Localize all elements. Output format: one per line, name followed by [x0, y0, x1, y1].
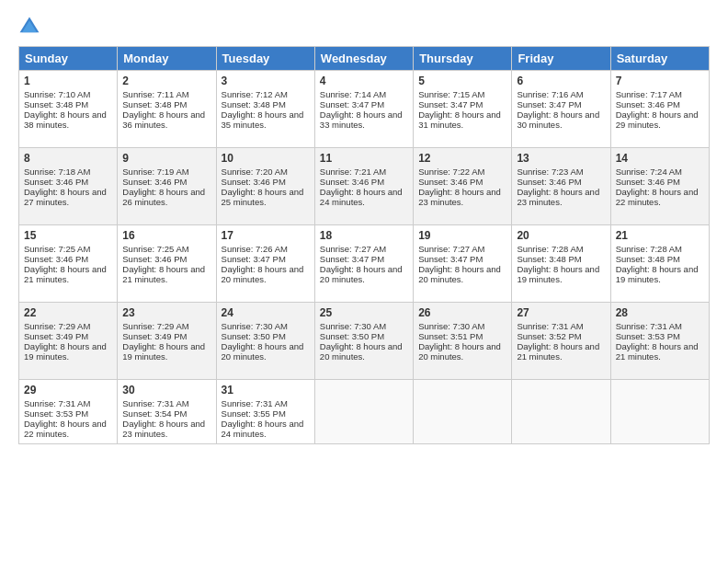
calendar-body: 1Sunrise: 7:10 AMSunset: 3:48 PMDaylight… [19, 71, 710, 444]
day-number: 24 [222, 306, 310, 319]
calendar-week-row: 15Sunrise: 7:25 AMSunset: 3:46 PMDayligh… [19, 225, 710, 303]
daylight-label: Daylight: 8 hours and 23 minutes. [418, 187, 501, 207]
daylight-label: Daylight: 8 hours and 29 minutes. [616, 109, 699, 130]
sunset-label: Sunset: 3:48 PM [517, 254, 581, 264]
day-number: 10 [222, 152, 310, 165]
day-number: 8 [24, 152, 112, 165]
calendar-day-cell [610, 380, 709, 444]
calendar-day-header: Monday [118, 47, 216, 71]
daylight-label: Daylight: 8 hours and 20 minutes. [222, 264, 304, 284]
calendar-day-cell: 26Sunrise: 7:30 AMSunset: 3:51 PMDayligh… [414, 303, 512, 380]
daylight-label: Daylight: 8 hours and 35 minutes. [222, 109, 304, 130]
day-number: 31 [222, 384, 310, 396]
daylight-label: Daylight: 8 hours and 36 minutes. [122, 109, 205, 130]
sunset-label: Sunset: 3:48 PM [222, 99, 286, 109]
day-number: 11 [320, 152, 408, 165]
sunset-label: Sunset: 3:46 PM [616, 99, 680, 109]
sunset-label: Sunset: 3:46 PM [222, 177, 286, 187]
calendar-day-cell: 11Sunrise: 7:21 AMSunset: 3:46 PMDayligh… [314, 148, 413, 225]
daylight-label: Daylight: 8 hours and 33 minutes. [320, 109, 403, 130]
calendar-day-header: Wednesday [314, 47, 413, 71]
calendar-day-header: Thursday [414, 47, 512, 71]
sunset-label: Sunset: 3:46 PM [616, 177, 680, 187]
calendar-header-row: SundayMondayTuesdayWednesdayThursdayFrid… [19, 47, 710, 71]
day-number: 14 [616, 152, 704, 165]
sunrise-label: Sunrise: 7:30 AM [418, 321, 484, 331]
calendar-day-header: Sunday [19, 47, 118, 71]
calendar-day-cell: 9Sunrise: 7:19 AMSunset: 3:46 PMDaylight… [118, 148, 216, 225]
day-number: 17 [222, 229, 310, 242]
sunset-label: Sunset: 3:46 PM [418, 177, 483, 187]
sunset-label: Sunset: 3:47 PM [517, 99, 581, 109]
daylight-label: Daylight: 8 hours and 30 minutes. [517, 109, 599, 130]
sunset-label: Sunset: 3:46 PM [122, 177, 187, 187]
daylight-label: Daylight: 8 hours and 20 minutes. [320, 341, 403, 362]
calendar-week-row: 1Sunrise: 7:10 AMSunset: 3:48 PMDaylight… [19, 71, 710, 148]
sunrise-label: Sunrise: 7:28 AM [616, 244, 682, 254]
calendar-week-row: 22Sunrise: 7:29 AMSunset: 3:49 PMDayligh… [19, 303, 710, 380]
sunrise-label: Sunrise: 7:29 AM [122, 321, 188, 331]
logo-icon [18, 15, 40, 37]
daylight-label: Daylight: 8 hours and 19 minutes. [616, 264, 699, 284]
daylight-label: Daylight: 8 hours and 23 minutes. [122, 419, 205, 439]
sunset-label: Sunset: 3:54 PM [122, 408, 187, 419]
sunrise-label: Sunrise: 7:23 AM [517, 167, 583, 177]
daylight-label: Daylight: 8 hours and 25 minutes. [222, 187, 304, 207]
calendar-day-cell: 10Sunrise: 7:20 AMSunset: 3:46 PMDayligh… [216, 148, 314, 225]
day-number: 5 [418, 75, 506, 87]
day-number: 6 [517, 75, 605, 87]
calendar-day-cell: 17Sunrise: 7:26 AMSunset: 3:47 PMDayligh… [216, 225, 314, 303]
daylight-label: Daylight: 8 hours and 24 minutes. [222, 419, 304, 439]
sunset-label: Sunset: 3:47 PM [222, 254, 286, 264]
day-number: 19 [418, 229, 506, 242]
day-number: 2 [122, 75, 210, 87]
daylight-label: Daylight: 8 hours and 23 minutes. [517, 187, 599, 207]
daylight-label: Daylight: 8 hours and 20 minutes. [222, 341, 304, 362]
calendar-day-cell: 23Sunrise: 7:29 AMSunset: 3:49 PMDayligh… [118, 303, 216, 380]
calendar-day-cell: 14Sunrise: 7:24 AMSunset: 3:46 PMDayligh… [610, 148, 709, 225]
daylight-label: Daylight: 8 hours and 21 minutes. [616, 341, 699, 362]
calendar-day-cell: 13Sunrise: 7:23 AMSunset: 3:46 PMDayligh… [512, 148, 610, 225]
calendar-day-cell: 27Sunrise: 7:31 AMSunset: 3:52 PMDayligh… [512, 303, 610, 380]
sunrise-label: Sunrise: 7:31 AM [517, 321, 583, 331]
sunset-label: Sunset: 3:46 PM [122, 254, 187, 264]
sunrise-label: Sunrise: 7:31 AM [222, 398, 288, 408]
sunset-label: Sunset: 3:49 PM [122, 331, 187, 341]
daylight-label: Daylight: 8 hours and 26 minutes. [122, 187, 205, 207]
day-number: 1 [24, 75, 112, 87]
day-number: 30 [122, 384, 210, 396]
sunrise-label: Sunrise: 7:29 AM [24, 321, 90, 331]
day-number: 20 [517, 229, 605, 242]
sunrise-label: Sunrise: 7:24 AM [616, 167, 682, 177]
daylight-label: Daylight: 8 hours and 21 minutes. [24, 264, 107, 284]
calendar-day-cell: 15Sunrise: 7:25 AMSunset: 3:46 PMDayligh… [19, 225, 118, 303]
day-number: 3 [222, 75, 310, 87]
calendar-week-row: 8Sunrise: 7:18 AMSunset: 3:46 PMDaylight… [19, 148, 710, 225]
calendar-day-cell: 12Sunrise: 7:22 AMSunset: 3:46 PMDayligh… [414, 148, 512, 225]
sunrise-label: Sunrise: 7:12 AM [222, 89, 288, 99]
sunrise-label: Sunrise: 7:11 AM [122, 89, 188, 99]
sunrise-label: Sunrise: 7:27 AM [320, 244, 386, 254]
calendar-day-cell: 5Sunrise: 7:15 AMSunset: 3:47 PMDaylight… [414, 71, 512, 148]
calendar-day-cell: 28Sunrise: 7:31 AMSunset: 3:53 PMDayligh… [610, 303, 709, 380]
calendar-day-cell [414, 380, 512, 444]
calendar-day-cell: 2Sunrise: 7:11 AMSunset: 3:48 PMDaylight… [118, 71, 216, 148]
sunset-label: Sunset: 3:50 PM [320, 331, 384, 341]
calendar-day-header: Tuesday [216, 47, 314, 71]
calendar-day-cell: 19Sunrise: 7:27 AMSunset: 3:47 PMDayligh… [414, 225, 512, 303]
sunset-label: Sunset: 3:47 PM [418, 254, 483, 264]
sunrise-label: Sunrise: 7:10 AM [24, 89, 90, 99]
day-number: 13 [517, 152, 605, 165]
day-number: 23 [122, 306, 210, 319]
calendar-day-header: Friday [512, 47, 610, 71]
daylight-label: Daylight: 8 hours and 22 minutes. [616, 187, 699, 207]
sunset-label: Sunset: 3:53 PM [24, 408, 88, 419]
day-number: 25 [320, 306, 408, 319]
sunset-label: Sunset: 3:52 PM [517, 331, 581, 341]
sunrise-label: Sunrise: 7:17 AM [616, 89, 682, 99]
sunrise-label: Sunrise: 7:18 AM [24, 167, 90, 177]
sunset-label: Sunset: 3:55 PM [222, 408, 286, 419]
daylight-label: Daylight: 8 hours and 21 minutes. [122, 264, 205, 284]
sunset-label: Sunset: 3:46 PM [320, 177, 384, 187]
day-number: 28 [616, 306, 704, 319]
